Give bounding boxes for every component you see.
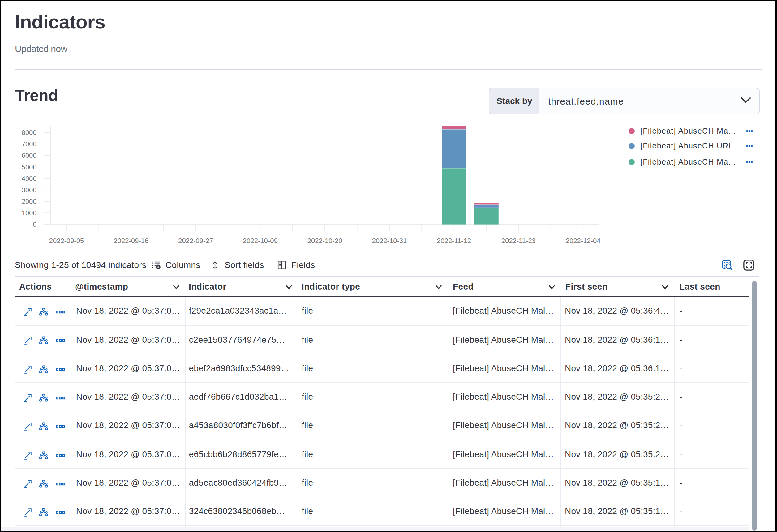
svg-text:4000: 4000 [22,175,37,183]
svg-text:2022-10-09: 2022-10-09 [243,237,278,245]
svg-text:7000: 7000 [22,140,37,148]
svg-text:2022-11-23: 2022-11-23 [502,237,536,245]
svg-text:5000: 5000 [22,163,37,171]
svg-text:2022-12-04: 2022-12-04 [566,237,601,245]
svg-text:0: 0 [33,221,36,228]
svg-text:2022-11-12: 2022-11-12 [437,237,471,245]
svg-text:8000: 8000 [22,129,37,136]
svg-text:2022-10-31: 2022-10-31 [372,237,407,245]
svg-text:1000: 1000 [22,209,37,217]
svg-text:2022-09-27: 2022-09-27 [178,237,213,245]
svg-text:2022-09-16: 2022-09-16 [114,237,149,245]
svg-text:2022-09-05: 2022-09-05 [49,237,84,245]
svg-text:3000: 3000 [22,186,37,194]
svg-text:2022-10-20: 2022-10-20 [308,237,342,245]
svg-text:2000: 2000 [22,198,37,205]
svg-text:6000: 6000 [22,151,37,159]
